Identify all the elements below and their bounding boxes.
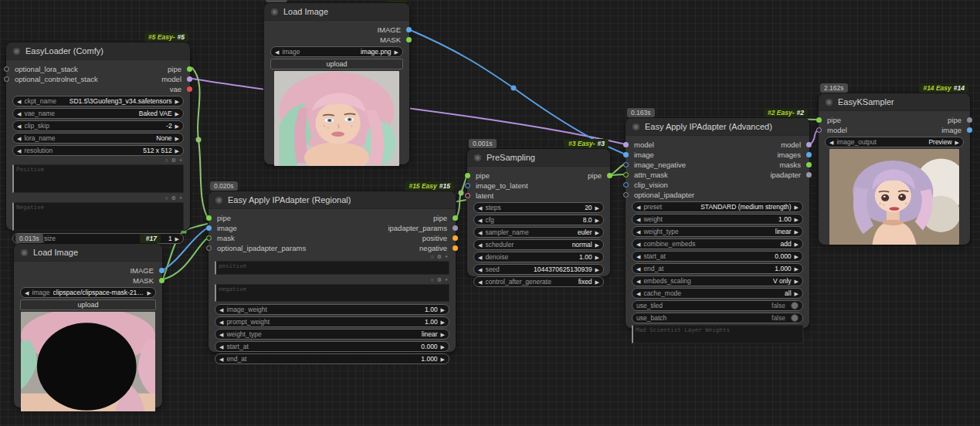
plus-icon[interactable]: + [445, 254, 448, 260]
pipe-slot-dot[interactable] [967, 117, 972, 123]
collapse-dot[interactable] [474, 154, 481, 161]
prompt-textarea[interactable]: Positive [12, 164, 184, 193]
ipadapter-slot-dot[interactable] [806, 172, 812, 178]
combo-right-arrow[interactable]: ▶ [955, 140, 959, 145]
combo-left-arrow[interactable]: ◀ [478, 267, 482, 272]
toggle-knob[interactable] [791, 314, 799, 322]
combo-right-arrow[interactable]: ▶ [175, 136, 179, 141]
masks-slot-dot[interactable] [806, 162, 812, 167]
image-slot-dot[interactable] [623, 152, 629, 157]
combo-right-arrow[interactable]: ▶ [175, 99, 179, 104]
pipe-slot-dot[interactable] [206, 215, 212, 221]
node-titlebar[interactable]: Load Image [14, 244, 162, 262]
gear-icon[interactable]: ⚙ [437, 254, 442, 260]
node-titlebar[interactable]: PreSampling [467, 149, 610, 167]
combo-right-arrow[interactable]: ▶ [795, 254, 799, 259]
circle-icon[interactable]: ○ [164, 157, 168, 164]
model-slot-dot[interactable] [623, 142, 629, 147]
node-easyloader[interactable]: #5 Easy-#5EasyLoader (Comfy)optional_lor… [6, 42, 190, 230]
widget-prompt_weight[interactable]: ◀prompt_weight1.00▶ [215, 316, 449, 327]
node-presampling[interactable]: 0.001s#3 Easy-#3PreSamplingpipepipeimage… [467, 149, 610, 276]
gear-icon[interactable]: ⚙ [437, 277, 442, 283]
prompt-textarea[interactable]: negative [215, 284, 449, 302]
widget-sampler_name[interactable]: ◀sampler_nameeuler▶ [473, 227, 604, 238]
image-slot-dot[interactable] [967, 127, 972, 133]
combo-left-arrow[interactable]: ◀ [219, 320, 223, 325]
circle-icon[interactable]: ○ [164, 195, 168, 201]
widget-end_at[interactable]: ◀end_at1.000▶ [632, 263, 803, 274]
combo-left-arrow[interactable]: ◀ [636, 217, 640, 222]
collapse-dot[interactable] [215, 197, 222, 204]
combo-left-arrow[interactable]: ◀ [478, 242, 482, 248]
combo-right-arrow[interactable]: ▶ [795, 217, 799, 222]
widget-ckpt_name[interactable]: ◀ckpt_nameSD1.5\3Guofeng3_v34.safetensor… [12, 96, 184, 106]
widget-start_at[interactable]: ◀start_at0.000▶ [215, 341, 449, 352]
toggle-use_batch[interactable]: use_batchfalse [632, 313, 803, 323]
combo-left-arrow[interactable]: ◀ [17, 148, 21, 154]
combo-left-arrow[interactable]: ◀ [219, 357, 223, 362]
positive-slot-dot[interactable] [453, 235, 458, 241]
combo-left-arrow[interactable]: ◀ [17, 111, 21, 117]
prompt-textarea[interactable]: Negative [12, 202, 184, 231]
prompt-textarea[interactable]: positive [215, 261, 449, 275]
plus-icon[interactable]: + [179, 157, 182, 164]
widget-start_at[interactable]: ◀start_at0.000▶ [632, 251, 803, 262]
collapse-dot[interactable] [271, 8, 278, 15]
combo-right-arrow[interactable]: ▶ [441, 344, 445, 350]
widget-scheduler[interactable]: ◀schedulernormal▶ [473, 239, 604, 250]
combo-left-arrow[interactable]: ◀ [478, 205, 482, 211]
gear-icon[interactable]: ⚙ [171, 157, 176, 164]
combo-right-arrow[interactable]: ▶ [175, 111, 179, 117]
widget-image_weight[interactable]: ◀image_weight1.00▶ [215, 304, 449, 315]
combo-right-arrow[interactable]: ▶ [795, 266, 799, 272]
combo-right-arrow[interactable]: ▶ [595, 255, 599, 260]
image-slot-dot[interactable] [206, 225, 212, 231]
combo-right-arrow[interactable]: ▶ [441, 320, 445, 325]
IMAGE-slot-dot[interactable] [159, 268, 164, 273]
widget-weight[interactable]: ◀weight1.00▶ [632, 214, 803, 225]
combo-left-arrow[interactable]: ◀ [17, 123, 21, 129]
node-titlebar[interactable]: Easy Apply IPAdapter (Advanced) [626, 118, 809, 136]
ipadapter_params-slot-dot[interactable] [453, 225, 458, 231]
toggle-knob[interactable] [791, 302, 799, 309]
widget-end_at[interactable]: ◀end_at1.000▶ [215, 353, 449, 364]
collapse-dot[interactable] [13, 48, 20, 55]
latent-slot-dot[interactable] [465, 193, 470, 198]
combo-left-arrow[interactable]: ◀ [478, 230, 482, 235]
combo-left-arrow[interactable]: ◀ [636, 266, 640, 272]
combo-right-arrow[interactable]: ▶ [441, 332, 445, 337]
widget-image_output[interactable]: ◀image_outputPreview▶ [825, 137, 964, 147]
combo-right-arrow[interactable]: ▶ [441, 307, 445, 313]
combo-right-arrow[interactable]: ▶ [595, 205, 599, 211]
toggle-use_tiled[interactable]: use_tiledfalse [632, 300, 803, 311]
combo-right-arrow[interactable]: ▶ [795, 229, 799, 235]
node-load-image[interactable]: Load ImageIMAGEMASK◀imageimage.png▶uploa… [264, 3, 409, 164]
combo-left-arrow[interactable]: ◀ [275, 49, 279, 55]
node-ipadapter-regional[interactable]: 0.020s#15 Easy#15Easy Apply IPAdapter (R… [209, 191, 456, 352]
combo-right-arrow[interactable]: ▶ [441, 357, 445, 362]
combo-left-arrow[interactable]: ◀ [636, 205, 640, 210]
widget-lora_name[interactable]: ◀lora_nameNone▶ [12, 133, 184, 144]
widget-seed[interactable]: ◀seed1044370625130939▶ [473, 264, 604, 275]
combo-left-arrow[interactable]: ◀ [636, 229, 640, 235]
node-titlebar[interactable]: Easy Apply IPAdapter (Regional) [209, 191, 456, 209]
combo-left-arrow[interactable]: ◀ [636, 242, 640, 247]
combo-right-arrow[interactable]: ▶ [595, 279, 599, 285]
widget-control_after_generate[interactable]: ◀control_after_generatefixed▶ [473, 276, 604, 287]
node-ksampler[interactable]: 2.162s#14 Easy#14EasyKSamplerpipepipemod… [819, 93, 970, 245]
prompt-textarea[interactable]: Mad Scientist Layer Weights [632, 325, 803, 343]
node-titlebar[interactable]: EasyLoader (Comfy) [6, 42, 190, 60]
combo-left-arrow[interactable]: ◀ [219, 332, 223, 337]
pipe-slot-dot[interactable] [465, 173, 470, 178]
circle-icon[interactable]: ○ [430, 277, 433, 283]
node-titlebar[interactable]: Load Image [264, 3, 409, 21]
combo-left-arrow[interactable]: ◀ [17, 136, 21, 141]
combo-right-arrow[interactable]: ▶ [395, 49, 398, 55]
widget-clip_skip[interactable]: ◀clip_skip-2▶ [12, 120, 184, 131]
widget-image[interactable]: ◀imageclipspace/clipspace-mask-212617...… [20, 287, 156, 298]
combo-left-arrow[interactable]: ◀ [219, 344, 223, 350]
combo-left-arrow[interactable]: ◀ [478, 218, 482, 223]
node-load-image-masked[interactable]: 0.013s#17Load ImageIMAGEMASK◀imageclipsp… [14, 244, 162, 407]
combo-right-arrow[interactable]: ▶ [175, 148, 179, 154]
pipe-slot-dot[interactable] [816, 117, 822, 123]
